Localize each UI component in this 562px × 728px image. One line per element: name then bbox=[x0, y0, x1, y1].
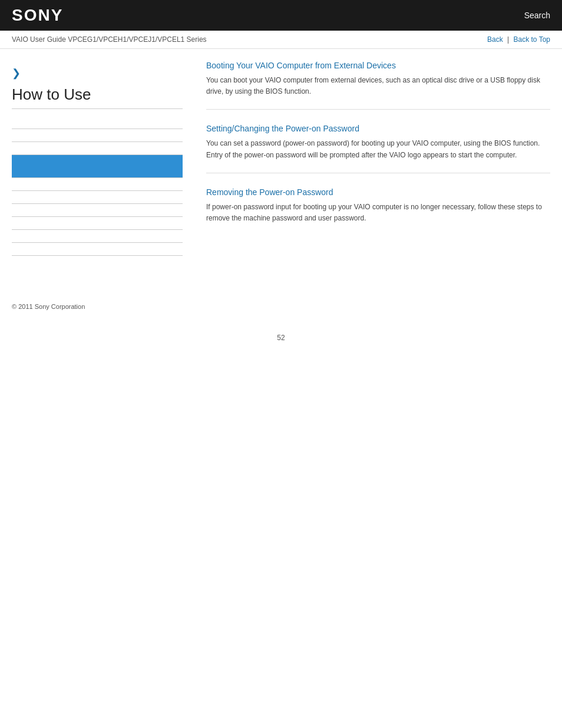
list-item[interactable] bbox=[12, 178, 183, 191]
content-section: Setting/Changing the Power-on Password Y… bbox=[206, 124, 550, 173]
section-title[interactable]: Removing the Power-on Password bbox=[206, 187, 550, 197]
content-section: Booting Your VAIO Computer from External… bbox=[206, 61, 550, 110]
back-to-top-link[interactable]: Back to Top bbox=[514, 35, 550, 44]
list-item[interactable] bbox=[12, 191, 183, 204]
section-link[interactable]: Removing the Power-on Password bbox=[206, 187, 333, 197]
page-number: 52 bbox=[0, 322, 562, 354]
section-link[interactable]: Booting Your VAIO Computer from External… bbox=[206, 61, 396, 70]
main-content: ❯ How to Use Booting Your VAIO Computer … bbox=[0, 49, 562, 268]
content-area: Booting Your VAIO Computer from External… bbox=[194, 61, 550, 256]
sony-logo: SONY bbox=[12, 6, 63, 25]
list-item[interactable] bbox=[12, 155, 183, 178]
nav-bar: VAIO User Guide VPCEG1/VPCEH1/VPCEJ1/VPC… bbox=[0, 31, 562, 49]
section-body: If power-on password input for booting u… bbox=[206, 202, 550, 224]
list-item[interactable] bbox=[12, 217, 183, 230]
list-item[interactable] bbox=[12, 230, 183, 243]
list-item[interactable] bbox=[12, 129, 183, 142]
sidebar-menu bbox=[12, 116, 183, 256]
section-link[interactable]: Setting/Changing the Power-on Password bbox=[206, 124, 359, 133]
header: SONY Search bbox=[0, 0, 562, 31]
list-item[interactable] bbox=[12, 142, 183, 155]
guide-title: VAIO User Guide VPCEG1/VPCEH1/VPCEJ1/VPC… bbox=[12, 35, 207, 44]
nav-separator: | bbox=[507, 35, 509, 44]
search-button[interactable]: Search bbox=[524, 11, 550, 20]
sidebar-arrow-icon: ❯ bbox=[12, 67, 183, 80]
list-item[interactable] bbox=[12, 243, 183, 256]
content-section: Removing the Power-on Password If power-… bbox=[206, 187, 550, 236]
copyright-text: © 2011 Sony Corporation bbox=[12, 303, 85, 310]
sidebar: ❯ How to Use bbox=[12, 61, 194, 256]
sidebar-title: How to Use bbox=[12, 85, 183, 109]
list-item[interactable] bbox=[12, 204, 183, 217]
section-body: You can set a password (power-on passwor… bbox=[206, 138, 550, 160]
footer: © 2011 Sony Corporation bbox=[0, 291, 562, 322]
section-title[interactable]: Booting Your VAIO Computer from External… bbox=[206, 61, 550, 70]
nav-links: Back | Back to Top bbox=[487, 35, 550, 44]
section-body: You can boot your VAIO computer from ext… bbox=[206, 75, 550, 97]
section-title[interactable]: Setting/Changing the Power-on Password bbox=[206, 124, 550, 133]
list-item[interactable] bbox=[12, 116, 183, 129]
back-link[interactable]: Back bbox=[487, 35, 503, 44]
